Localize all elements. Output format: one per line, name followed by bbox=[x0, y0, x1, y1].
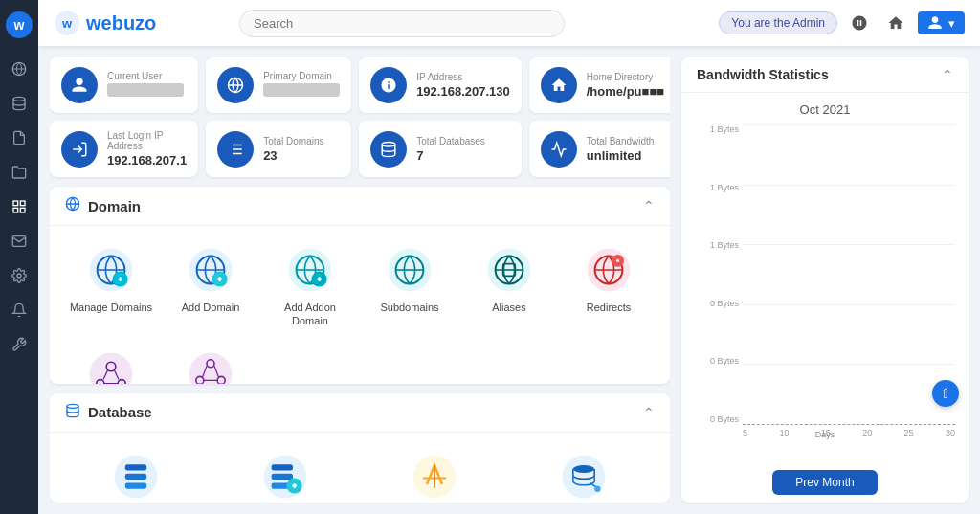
tool-add-db[interactable]: Add Database bbox=[214, 446, 356, 503]
tool-dns-zone[interactable]: DNS Zone Settings bbox=[65, 344, 157, 384]
tool-subdomains[interactable]: Subdomains bbox=[364, 239, 456, 334]
sidebar-item-folder[interactable] bbox=[6, 159, 33, 186]
grid-line-1 bbox=[743, 185, 955, 186]
tool-add-addon-domain[interactable]: Add Addon Domain bbox=[264, 239, 356, 334]
bandwidth-month: Oct 2021 bbox=[695, 102, 955, 117]
y-label-3: 0 Bytes bbox=[695, 299, 739, 308]
tool-add-domain[interactable]: Add Domain bbox=[165, 239, 256, 334]
grid-line-0 bbox=[743, 124, 955, 125]
last-login-icon bbox=[61, 131, 98, 168]
domain-title-text: Domain bbox=[88, 198, 141, 214]
stat-total-domains: Total Domains 23 bbox=[206, 121, 351, 177]
sidebar-item-wrench[interactable] bbox=[6, 331, 33, 358]
total-domains-label: Total Domains bbox=[263, 136, 323, 146]
subdomains-icon-wrap bbox=[385, 245, 434, 295]
ip-address-value: 192.168.207.130 bbox=[416, 84, 510, 99]
sidebar-item-gear[interactable] bbox=[6, 262, 33, 289]
dns-zone-icon-wrap bbox=[86, 349, 136, 384]
home-dir-icon bbox=[541, 67, 577, 103]
content-area: Current User Primary Domain bbox=[38, 46, 980, 514]
remote-mysql-icon-wrap bbox=[559, 452, 609, 502]
bandwidth-card: Bandwidth Statistics ⌃ Oct 2021 1 Bytes … bbox=[681, 57, 969, 503]
x-label-4: 25 bbox=[904, 428, 914, 437]
left-panel: Current User Primary Domain bbox=[50, 57, 670, 503]
chart-grid-lines bbox=[743, 124, 955, 424]
total-bandwidth-content: Total Bandwidth unlimited bbox=[587, 136, 655, 163]
scroll-top-btn[interactable]: ⇧ bbox=[932, 380, 959, 407]
home-dir-content: Home Directory /home/pu■■■ bbox=[587, 72, 664, 99]
sidebar-item-file[interactable] bbox=[6, 124, 33, 151]
tool-network-tools[interactable]: Network Tools bbox=[165, 344, 256, 384]
domain-chevron-icon[interactable]: ⌃ bbox=[643, 198, 655, 213]
y-label-4: 0 Bytes bbox=[695, 356, 739, 366]
svg-text:w: w bbox=[61, 16, 73, 31]
tool-phpmyadmin[interactable]: phpMyAdmin bbox=[364, 446, 505, 503]
bandwidth-footer: Prev Month bbox=[681, 462, 969, 503]
total-domains-icon bbox=[217, 131, 254, 168]
search-input[interactable] bbox=[239, 10, 565, 37]
tool-aliases[interactable]: Aliases bbox=[463, 239, 555, 334]
sidebar-item-database[interactable] bbox=[6, 90, 33, 117]
svg-point-21 bbox=[382, 142, 395, 146]
prev-month-btn[interactable]: Prev Month bbox=[772, 470, 877, 495]
current-user-content: Current User bbox=[107, 71, 184, 101]
sidebar-item-bell[interactable] bbox=[6, 297, 33, 324]
home-dir-label: Home Directory bbox=[587, 72, 664, 82]
subdomains-label: Subdomains bbox=[380, 301, 438, 314]
navbar: w webuzo You are the Admin ▾ bbox=[38, 0, 980, 46]
svg-rect-72 bbox=[125, 474, 146, 480]
sidebar-logo: w bbox=[4, 10, 34, 40]
svg-point-69 bbox=[67, 404, 78, 408]
brand-logo: w webuzo bbox=[54, 10, 156, 36]
phpmyadmin-icon-wrap bbox=[410, 452, 459, 502]
y-label-2: 1 Bytes bbox=[695, 240, 739, 250]
sidebar-item-globe[interactable] bbox=[6, 56, 33, 82]
tool-redirects[interactable]: Redirects bbox=[563, 239, 655, 334]
domain-section-title: Domain bbox=[65, 196, 141, 215]
database-section-header: Database ⌃ bbox=[50, 393, 670, 433]
domain-tools-row2: DNS Zone Settings bbox=[65, 344, 655, 384]
navbar-right: You are the Admin ▾ bbox=[719, 9, 965, 37]
sidebar-item-grid[interactable] bbox=[6, 193, 33, 220]
x-label-3: 20 bbox=[862, 428, 872, 437]
svg-rect-7 bbox=[20, 208, 25, 212]
database-title-icon bbox=[65, 403, 80, 422]
sidebar-item-mail[interactable] bbox=[6, 228, 33, 255]
stat-home-dir: Home Directory /home/pu■■■ bbox=[529, 57, 670, 113]
total-databases-content: Total Databases 7 bbox=[416, 136, 485, 163]
x-label-0: 5 bbox=[743, 428, 747, 437]
last-login-content: Last Login IP Address 192.168.207.1 bbox=[107, 130, 187, 168]
total-bandwidth-label: Total Bandwidth bbox=[587, 136, 655, 146]
ip-address-icon bbox=[370, 67, 407, 103]
svg-rect-6 bbox=[20, 201, 25, 206]
database-chevron-icon[interactable]: ⌃ bbox=[643, 405, 655, 420]
redirects-icon-wrap bbox=[584, 245, 634, 295]
main-wrapper: w webuzo You are the Admin ▾ bbox=[38, 0, 980, 514]
tool-manage-domains[interactable]: Manage Domains bbox=[65, 239, 157, 334]
svg-rect-75 bbox=[272, 464, 293, 470]
domain-tools-row1: Manage Domains bbox=[65, 239, 655, 334]
primary-domain-content: Primary Domain bbox=[263, 71, 340, 101]
user-menu-btn[interactable]: ▾ bbox=[918, 11, 965, 34]
wp-icon-btn[interactable] bbox=[845, 9, 874, 37]
domain-section-body: Manage Domains bbox=[50, 226, 670, 384]
svg-rect-76 bbox=[272, 474, 293, 480]
svg-point-84 bbox=[573, 465, 594, 473]
tool-remote-mysql[interactable]: Remote Mysql Access bbox=[513, 446, 655, 503]
user-btn-label: ▾ bbox=[948, 16, 955, 31]
home-icon-btn[interactable] bbox=[881, 9, 910, 37]
grid-line-4 bbox=[743, 364, 955, 365]
total-bandwidth-value: unlimited bbox=[587, 148, 655, 163]
tool-manage-db[interactable]: Manage Databases bbox=[65, 446, 207, 503]
domain-section: Domain ⌃ bbox=[50, 187, 670, 384]
bandwidth-chevron-icon[interactable]: ⌃ bbox=[942, 67, 953, 82]
current-user-icon bbox=[61, 67, 98, 103]
primary-domain-icon bbox=[217, 67, 254, 103]
add-db-icon-wrap bbox=[260, 452, 310, 502]
bandwidth-chart: 1 Bytes 1 Bytes 1 Bytes 0 Bytes 0 Bytes … bbox=[695, 124, 955, 453]
domain-title-icon bbox=[65, 196, 80, 215]
aliases-icon-wrap bbox=[484, 245, 534, 295]
days-axis-label: Days bbox=[815, 430, 835, 439]
grid-line-3 bbox=[743, 304, 955, 305]
database-tools-grid: Manage Databases bbox=[65, 446, 655, 503]
